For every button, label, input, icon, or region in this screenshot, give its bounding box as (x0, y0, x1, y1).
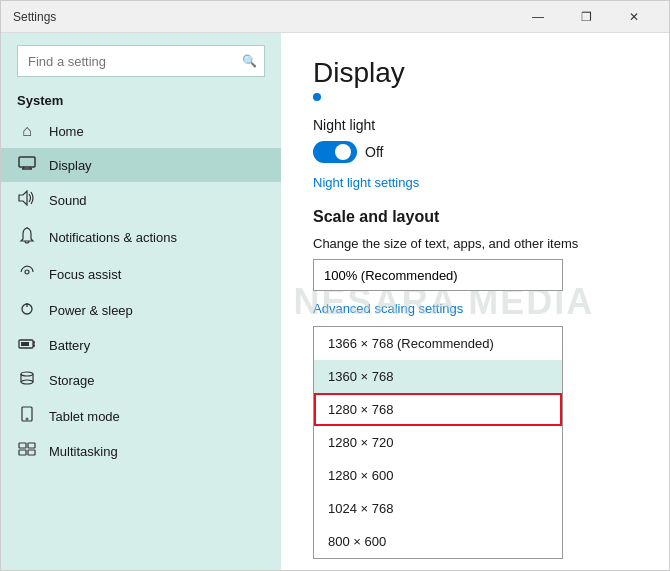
scale-dropdown[interactable]: 100% (Recommended) 125% 150% 175% (313, 259, 563, 291)
multitasking-icon (17, 442, 37, 460)
sidebar-item-tablet[interactable]: Tablet mode (1, 398, 281, 434)
svg-point-13 (21, 372, 33, 376)
battery-icon (17, 336, 37, 354)
resolution-item[interactable]: 800 × 600 (314, 525, 562, 558)
search-container: 🔍 (17, 45, 265, 77)
power-icon (17, 300, 37, 320)
sidebar-item-sound-label: Sound (49, 193, 87, 208)
night-light-label: Night light (313, 117, 637, 133)
sidebar-section-label: System (1, 85, 281, 114)
tablet-icon (17, 406, 37, 426)
title-bar: Settings — ❐ ✕ (1, 1, 669, 33)
svg-rect-17 (22, 407, 32, 421)
sidebar-item-battery[interactable]: Battery (1, 328, 281, 362)
notifications-icon (17, 226, 37, 248)
resolution-item[interactable]: 1360 × 768 (314, 360, 562, 393)
svg-marker-4 (19, 191, 27, 205)
blue-dot-indicator (313, 93, 321, 101)
resolution-list: 1366 × 768 (Recommended)1360 × 7681280 ×… (313, 326, 563, 559)
svg-rect-22 (28, 450, 35, 455)
settings-window: Settings — ❐ ✕ 🔍 System ⌂ Home (0, 0, 670, 571)
night-light-toggle[interactable] (313, 141, 357, 163)
svg-point-16 (21, 380, 33, 384)
sidebar-item-power-label: Power & sleep (49, 303, 133, 318)
sidebar-item-notifications-label: Notifications & actions (49, 230, 177, 245)
sidebar-item-multitasking-label: Multitasking (49, 444, 118, 459)
svg-rect-19 (19, 443, 26, 448)
scale-description: Change the size of text, apps, and other… (313, 236, 637, 251)
sidebar-item-multitasking[interactable]: Multitasking (1, 434, 281, 468)
svg-rect-20 (28, 443, 35, 448)
page-title: Display (313, 57, 637, 89)
sidebar-item-storage[interactable]: Storage (1, 362, 281, 398)
window-content: 🔍 System ⌂ Home Display (1, 33, 669, 570)
maximize-button[interactable]: ❐ (563, 1, 609, 33)
search-icon: 🔍 (242, 54, 257, 68)
svg-rect-0 (19, 157, 35, 167)
sidebar-item-power[interactable]: Power & sleep (1, 292, 281, 328)
sidebar-item-tablet-label: Tablet mode (49, 409, 120, 424)
sidebar-item-focus[interactable]: Focus assist (1, 256, 281, 292)
search-input[interactable] (17, 45, 265, 77)
night-light-settings-link[interactable]: Night light settings (313, 175, 637, 190)
sidebar-item-focus-label: Focus assist (49, 267, 121, 282)
svg-rect-21 (19, 450, 26, 455)
window-title: Settings (13, 10, 56, 24)
resolution-item[interactable]: 1280 × 768 (314, 393, 562, 426)
sidebar: 🔍 System ⌂ Home Display (1, 33, 281, 570)
advanced-scaling-link[interactable]: Advanced scaling settings (313, 301, 637, 316)
sidebar-item-home[interactable]: ⌂ Home (1, 114, 281, 148)
focus-icon (17, 264, 37, 284)
night-light-toggle-row: Off (313, 141, 637, 163)
storage-icon (17, 370, 37, 390)
scale-layout-heading: Scale and layout (313, 208, 637, 226)
sidebar-item-display-label: Display (49, 158, 92, 173)
sidebar-item-notifications[interactable]: Notifications & actions (1, 218, 281, 256)
scale-dropdown-wrap: 100% (Recommended) 125% 150% 175% (313, 259, 637, 291)
resolution-item[interactable]: 1024 × 768 (314, 492, 562, 525)
night-light-state-label: Off (365, 144, 383, 160)
resolution-item[interactable]: 1366 × 768 (Recommended) (314, 327, 562, 360)
toggle-knob (335, 144, 351, 160)
display-icon (17, 156, 37, 174)
sidebar-item-sound[interactable]: Sound (1, 182, 281, 218)
sidebar-item-storage-label: Storage (49, 373, 95, 388)
main-panel: NESARA MEDIA Display Night light Off Nig… (281, 33, 669, 570)
svg-rect-9 (21, 342, 29, 346)
sidebar-item-display[interactable]: Display (1, 148, 281, 182)
sound-icon (17, 190, 37, 210)
svg-point-5 (25, 270, 29, 274)
window-controls: — ❐ ✕ (515, 1, 657, 33)
sidebar-item-battery-label: Battery (49, 338, 90, 353)
svg-point-18 (26, 418, 28, 420)
resolution-item[interactable]: 1280 × 600 (314, 459, 562, 492)
home-icon: ⌂ (17, 122, 37, 140)
sidebar-item-home-label: Home (49, 124, 84, 139)
close-button[interactable]: ✕ (611, 1, 657, 33)
resolution-item[interactable]: 1280 × 720 (314, 426, 562, 459)
minimize-button[interactable]: — (515, 1, 561, 33)
